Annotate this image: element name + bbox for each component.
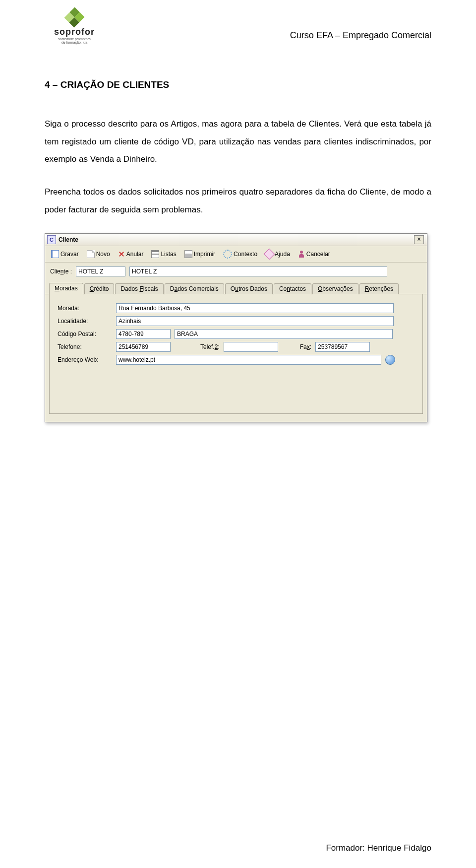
help-button[interactable]: Ajuda [262, 248, 293, 260]
window-title: Cliente [59, 236, 78, 243]
cancel-icon [298, 251, 305, 258]
context-icon [223, 250, 232, 259]
web-label: Endereço Web: [58, 356, 112, 363]
tab-comerciais[interactable]: Dados Comerciais [165, 283, 224, 294]
fax-label: Fax: [300, 343, 311, 350]
print-icon [184, 250, 192, 258]
page-footer: Formador: Henrique Fidalgo [326, 843, 431, 853]
new-label: Novo [96, 251, 110, 258]
tab-retencoes[interactable]: Retenções [359, 283, 399, 294]
web-label-post: eb: [90, 356, 99, 363]
cliente-label-post: te : [63, 268, 72, 275]
cliente-label: Cliente : [50, 268, 72, 275]
context-label: Contexto [234, 251, 257, 258]
web-input[interactable] [116, 355, 381, 365]
annul-button[interactable]: Anular [115, 248, 147, 260]
cp-city-input[interactable] [175, 329, 393, 339]
cliente-name-input[interactable] [129, 267, 387, 276]
tab-contactos[interactable]: Contactos [274, 283, 311, 294]
context-button[interactable]: Contexto [220, 248, 260, 260]
help-icon [264, 249, 275, 260]
fax-label-pre: Fa [300, 343, 307, 350]
help-label: Ajuda [275, 251, 290, 258]
tab-obs[interactable]: Observações [312, 283, 358, 294]
toolbar: Gravar Novo Anular Listas Imprimir Conte… [45, 246, 427, 263]
cancel-label: Cancelar [306, 251, 330, 258]
cp-label-post: ostal: [82, 331, 96, 337]
cp-label: Código Postal: [58, 331, 112, 337]
print-button[interactable]: Imprimir [181, 248, 218, 260]
new-button[interactable]: Novo [84, 248, 113, 260]
telefone2-label: Telef.2: [200, 343, 220, 350]
cliente-top-fields: Cliente : [45, 263, 427, 282]
lists-label: Listas [161, 251, 176, 258]
morada-label-pre: Mora [58, 305, 71, 312]
save-button[interactable]: Gravar [48, 248, 82, 260]
logo-icon [64, 7, 84, 27]
localidade-label-post: ocalidade: [61, 318, 88, 325]
print-label: Imprimir [194, 251, 215, 258]
save-icon [51, 250, 59, 258]
telefone-input[interactable] [116, 342, 171, 352]
telefone2-label-post: : [218, 343, 219, 350]
telefone-label: Telefone: [58, 343, 112, 350]
window-icon: C [47, 235, 56, 244]
globe-icon[interactable] [385, 355, 395, 365]
telefone2-label-pre: Telef. [200, 343, 215, 350]
paragraph-2: Preencha todos os dados solicitados nos … [45, 183, 431, 218]
tab-fiscais[interactable]: Dados Fiscais [115, 283, 163, 294]
tab-strip: MoradasCréditoDados FiscaisDados Comerci… [45, 282, 427, 294]
paragraph-1: Siga o processo descrito para os Artigos… [45, 115, 431, 168]
cliente-label-pre: Clie [50, 268, 60, 275]
titlebar: C Cliente × [45, 234, 427, 246]
cp-label-pre: Código [58, 331, 78, 337]
morada-label-post: a: [74, 305, 79, 312]
web-label-pre: Endereço [58, 356, 85, 363]
morada-label: Morada: [58, 305, 112, 312]
fax-input[interactable] [315, 342, 370, 352]
logo-sub2: de formação, lda [61, 41, 87, 44]
telefone-label-post: e: [77, 343, 82, 350]
cp-input[interactable] [116, 329, 171, 339]
telefone-label-ul: n [73, 343, 77, 350]
cliente-code-input[interactable] [76, 267, 125, 276]
tab-outros[interactable]: Outros Dados [225, 283, 273, 294]
logo-text: soprofor [54, 27, 95, 37]
annul-label: Anular [126, 251, 144, 258]
web-label-ul: W [85, 356, 90, 363]
telefone-label-pre: Telefo [58, 343, 73, 350]
lists-icon [151, 250, 159, 258]
cliente-window: C Cliente × Gravar Novo Anular Listas [45, 233, 427, 422]
new-icon [87, 250, 95, 258]
page-header: soprofor sociedade promotora de formação… [45, 10, 431, 45]
annul-icon [118, 251, 125, 258]
tab-moradas[interactable]: Moradas [49, 283, 83, 294]
morada-input[interactable] [116, 303, 394, 313]
cancel-button[interactable]: Cancelar [295, 248, 333, 260]
logo: soprofor sociedade promotora de formação… [45, 10, 104, 45]
logo-sub1: sociedade promotora [58, 37, 91, 41]
section-heading: 4 – CRIAÇÃO DE CLIENTES [45, 79, 431, 90]
course-title: Curso EFA – Empregado Comercial [290, 30, 431, 45]
close-button[interactable]: × [414, 235, 424, 244]
telefone2-input[interactable] [224, 342, 278, 352]
fax-label-post: : [310, 343, 311, 350]
lists-button[interactable]: Listas [148, 248, 179, 260]
save-label: Gravar [60, 251, 79, 258]
localidade-label-ul: L [58, 318, 61, 325]
localidade-input[interactable] [116, 316, 394, 326]
localidade-label: Localidade: [58, 318, 112, 325]
tab-credito[interactable]: Crédito [84, 283, 115, 294]
tab-body-moradas: Morada: Localidade: Código Postal: Tel [49, 294, 423, 414]
